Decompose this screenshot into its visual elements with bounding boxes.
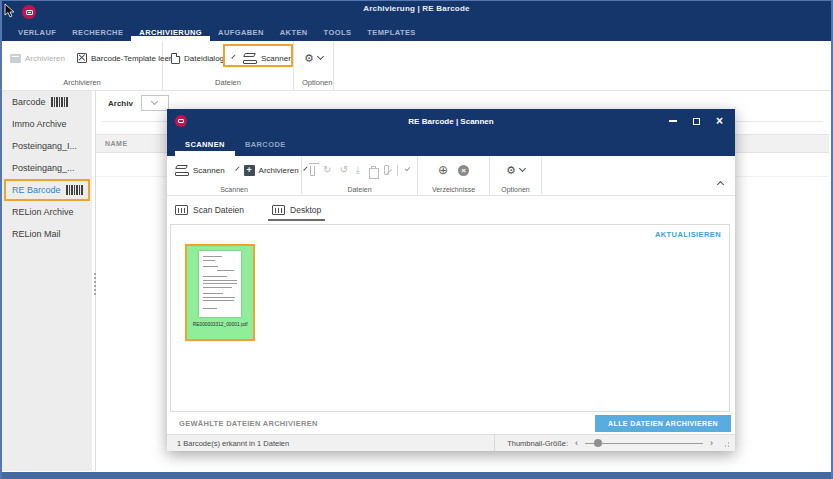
dialog-titlebar: RE Barcode | Scannen × [167,109,735,133]
group-label-archivieren: Archivieren [10,76,154,87]
sidebar-item-re-barcode[interactable]: RE Barcode [2,179,92,201]
thumbnail-size-slider[interactable] [585,443,703,444]
annotation-thumbnail-highlight: RE000003312_00001.pdf [185,244,255,341]
scanner-button[interactable]: Scanner [243,53,291,64]
dialog-archivieren-button[interactable]: + Archivieren [244,165,299,176]
copy-icon[interactable] [371,166,376,175]
menu-templates[interactable]: TEMPLATES [359,23,423,41]
barcode-status-text: 1 Barcode(s) erkannt in 1 Dateien [167,439,289,448]
resize-grip[interactable] [722,440,729,447]
sidebar-item-posteingang-i[interactable]: Posteingang_I... [2,135,92,157]
group-label-dateien: Dateien [171,76,285,87]
group-label-dateien: Dateien [310,185,409,193]
dateidialog-chevron-icon[interactable] [231,54,235,58]
scanner-icon [175,165,189,176]
drawer-icon [175,205,188,215]
sidebar-item-posteingang[interactable]: Posteingang_... [2,157,92,179]
optionen-chevron-icon[interactable] [317,53,324,60]
tab-barcode[interactable]: BARCODE [235,133,296,156]
menubar: VERLAUF RECHERCHE ARCHIVIERUNG AUFGABEN … [2,23,831,41]
group-label-verzeichnisse: Verzeichnisse [426,185,481,193]
sidebar-item-barcode[interactable]: Barcode [2,91,92,113]
menu-archivierung[interactable]: ARCHIVIERUNG [131,23,210,41]
scan-files-area: AKTUALISIEREN RE000003312_00001.pdf [170,224,730,412]
menu-akten[interactable]: AKTEN [272,23,316,41]
archive-plus-icon: + [244,165,255,176]
dialog-ribbon: Scannen + Archivieren Scannen ↻ ↺ [167,156,735,196]
close-icon[interactable]: × [716,115,723,127]
dialog-title: RE Barcode | Scannen [167,117,735,126]
slider-increase-icon[interactable]: › [710,439,713,448]
titlebar: Archivierung | RE Barcode VERLAUF RECHER… [2,1,831,41]
dialog-statusbar: 1 Barcode(s) erkannt in 1 Dateien Thumbn… [167,434,735,451]
undo-icon[interactable]: ↺ [339,165,347,175]
slider-thumb[interactable] [594,439,602,447]
dialog-group-optionen: ⚙ Optionen [490,156,542,195]
archive-box-icon [10,54,21,63]
redo-icon[interactable]: ↻ [323,165,331,175]
box-x-icon [77,53,87,63]
column-header-name[interactable]: NAME [105,140,128,147]
dialog-viewtabs: Scan Dateien Desktop [167,196,735,224]
window-title: Archivierung | RE Barcode [2,4,831,13]
add-directory-icon[interactable]: ⊕ [438,164,448,176]
sidebar-item-relion-archive[interactable]: RELion Archive [2,201,92,223]
scanned-file-thumbnail[interactable]: RE000003312_00001.pdf [187,246,253,339]
sidebar-item-immo-archive[interactable]: Immo Archive [2,113,92,135]
menu-tools[interactable]: TOOLS [316,23,360,41]
edit-document-icon[interactable] [384,165,389,175]
document-icon [171,53,180,64]
scanner-icon [243,53,257,64]
gear-icon[interactable]: ⚙ [506,165,516,175]
barcode-icon [51,97,68,107]
slider-decrease-icon[interactable]: ‹ [575,439,578,448]
ribbon-group-optionen: ⚙ Optionen [294,41,334,90]
tab-scannen[interactable]: SCANNEN [175,133,235,156]
selected-files-heading: GEWÄHLTE DATEIEN ARCHIVIEREN [167,419,318,428]
sidebar-item-relion-mail[interactable]: RELion Mail [2,223,92,245]
menu-recherche[interactable]: RECHERCHE [64,23,131,41]
main-ribbon: Archivieren Barcode-Template leeren Arch… [2,41,831,91]
optionen-chevron-icon[interactable] [519,165,526,172]
dialog-group-verzeichnisse: ⊕ × Verzeichnisse [418,156,490,195]
thumbnail-filename: RE000003312_00001.pdf [193,322,248,327]
trash-icon[interactable] [310,166,315,176]
minimize-icon[interactable] [669,115,677,127]
scan-dialog: RE Barcode | Scannen × SCANNEN BARCODE S… [167,109,735,451]
ribbon-group-dateien: Dateidialog Scanner Dateien [163,41,294,90]
aktualisieren-link[interactable]: AKTUALISIEREN [655,230,721,239]
menu-aufgaben[interactable]: AUFGABEN [210,23,272,41]
menu-verlauf[interactable]: VERLAUF [10,23,64,41]
group-label-optionen: Optionen [498,185,533,193]
archiv-dropdown[interactable] [141,95,169,111]
document-preview [199,251,241,317]
dateien-chevron-icon[interactable] [405,166,411,172]
gear-icon[interactable]: ⚙ [304,53,314,63]
archive-sidebar: Barcode Immo Archive Posteingang_I... Po… [2,91,92,471]
dialog-tabbar: SCANNEN BARCODE [167,133,735,156]
import-icon[interactable]: ⤓ [356,165,360,175]
dialog-group-dateien: ↻ ↺ ⤓ Dateien [302,156,418,195]
ribbon-group-archivieren: Archivieren Barcode-Template leeren Arch… [2,41,163,90]
group-label-optionen: Optionen [302,76,325,87]
app-window: Archivierung | RE Barcode VERLAUF RECHER… [0,0,833,479]
tab-desktop[interactable]: Desktop [272,196,321,224]
tab-scan-dateien[interactable]: Scan Dateien [175,196,244,224]
thumbnail-size-label: Thumbnail-Größe: [507,439,568,448]
barcode-icon [66,185,83,195]
maximize-icon[interactable] [693,115,700,127]
archivieren-button[interactable]: Archivieren [10,54,65,63]
drawer-icon [272,205,285,215]
dateidialog-button[interactable]: Dateidialog [171,53,224,64]
remove-directory-icon[interactable]: × [458,165,469,176]
archiv-label: Archiv [108,99,133,108]
scannen-button[interactable]: Scannen [175,165,225,176]
dialog-group-scannen: Scannen + Archivieren Scannen [167,156,302,195]
scannen-chevron-icon[interactable] [235,166,239,170]
archive-all-button[interactable]: ALLE DATEIEN ARCHIVIEREN [595,415,731,432]
dialog-footer: GEWÄHLTE DATEIEN ARCHIVIEREN ALLE DATEIE… [167,412,735,434]
window-bottom-border [2,472,831,479]
group-label-scannen: Scannen [175,185,293,193]
